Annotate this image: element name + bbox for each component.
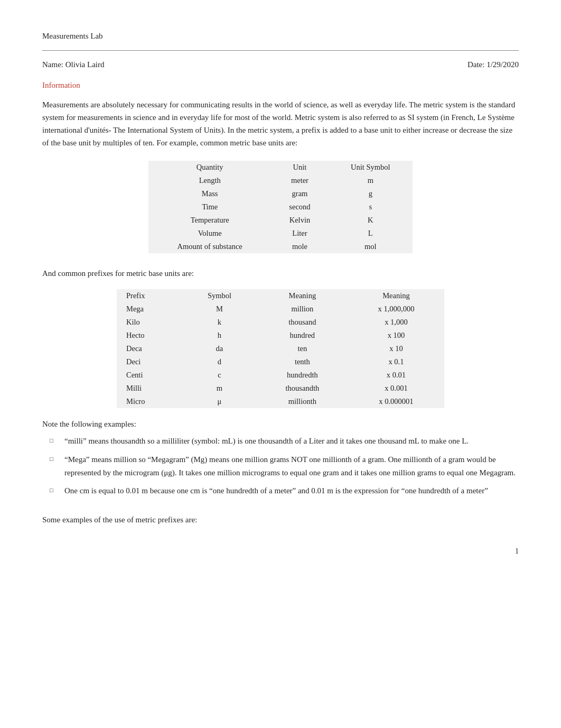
prefix-header-cell: Meaning <box>257 289 348 302</box>
units-data-cell: meter <box>271 174 328 187</box>
units-data-cell: Length <box>148 174 271 187</box>
doc-title: Measurements Lab <box>42 32 519 41</box>
page-number: 1 <box>42 547 519 556</box>
prefix-data-cell: x 100 <box>348 329 444 342</box>
prefix-data-cell: c <box>182 368 257 382</box>
units-data-cell: K <box>329 214 413 227</box>
prefix-data-cell: Micro <box>117 395 182 408</box>
units-data-cell: L <box>329 227 413 240</box>
intro-paragraph: Measurements are absolutely necessary fo… <box>42 98 519 149</box>
prefix-data-cell: h <box>182 329 257 342</box>
units-data-cell: gram <box>271 187 328 200</box>
units-data-cell: m <box>329 174 413 187</box>
prefix-data-cell: x 0.01 <box>348 368 444 382</box>
prefix-table: PrefixSymbolMeaningMeaningMegaMmillionx … <box>117 289 444 408</box>
units-data-cell: Volume <box>148 227 271 240</box>
prefix-header-cell: Meaning <box>348 289 444 302</box>
units-data-cell: Mass <box>148 187 271 200</box>
prefix-data-cell: Centi <box>117 368 182 382</box>
prefix-data-cell: Kilo <box>117 316 182 329</box>
prefix-data-cell: m <box>182 382 257 395</box>
prefix-header-cell: Prefix <box>117 289 182 302</box>
units-data-cell: mole <box>271 240 328 253</box>
prefix-data-cell: hundredth <box>257 368 348 382</box>
prefix-data-cell: x 1,000,000 <box>348 302 444 316</box>
note-label: Note the following examples: <box>42 418 519 430</box>
prefix-data-cell: x 10 <box>348 342 444 355</box>
prefix-data-cell: tenth <box>257 355 348 368</box>
examples-list: “milli” means thousandth so a milliliter… <box>59 435 519 497</box>
list-item: One cm is equal to 0.01 m because one cm… <box>59 484 519 497</box>
prefix-data-cell: Mega <box>117 302 182 316</box>
prefix-data-cell: million <box>257 302 348 316</box>
prefix-header-cell: Symbol <box>182 289 257 302</box>
units-header-cell: Unit <box>271 161 328 174</box>
prefix-data-cell: millionth <box>257 395 348 408</box>
units-table: QuantityUnitUnit SymbolLengthmetermMassg… <box>148 161 413 253</box>
prefix-data-cell: Milli <box>117 382 182 395</box>
prefix-data-cell: μ <box>182 395 257 408</box>
units-data-cell: second <box>271 200 328 214</box>
units-table-container: QuantityUnitUnit SymbolLengthmetermMassg… <box>148 161 413 253</box>
prefix-data-cell: thousandth <box>257 382 348 395</box>
prefix-data-cell: ten <box>257 342 348 355</box>
prefix-intro: And common prefixes for metric base unit… <box>42 267 519 280</box>
prefix-data-cell: x 1,000 <box>348 316 444 329</box>
units-data-cell: g <box>329 187 413 200</box>
units-header-cell: Unit Symbol <box>329 161 413 174</box>
units-data-cell: Kelvin <box>271 214 328 227</box>
bottom-text: Some examples of the use of metric prefi… <box>42 513 519 526</box>
prefix-data-cell: da <box>182 342 257 355</box>
prefix-data-cell: x 0.001 <box>348 382 444 395</box>
section-heading: Information <box>42 81 519 90</box>
units-data-cell: s <box>329 200 413 214</box>
prefix-data-cell: Deca <box>117 342 182 355</box>
prefix-data-cell: x 0.000001 <box>348 395 444 408</box>
prefix-data-cell: M <box>182 302 257 316</box>
student-name: Name: Olivia Laird <box>42 60 104 69</box>
list-item: “Mega” means million so “Megagram” (Mg) … <box>59 453 519 480</box>
prefix-data-cell: d <box>182 355 257 368</box>
units-data-cell: mol <box>329 240 413 253</box>
prefix-table-container: PrefixSymbolMeaningMeaningMegaMmillionx … <box>117 289 444 408</box>
units-header-cell: Quantity <box>148 161 271 174</box>
units-data-cell: Time <box>148 200 271 214</box>
units-data-cell: Amount of substance <box>148 240 271 253</box>
prefix-data-cell: Hecto <box>117 329 182 342</box>
prefix-data-cell: thousand <box>257 316 348 329</box>
list-item: “milli” means thousandth so a milliliter… <box>59 435 519 448</box>
units-data-cell: Temperature <box>148 214 271 227</box>
prefix-data-cell: Deci <box>117 355 182 368</box>
prefix-data-cell: x 0.1 <box>348 355 444 368</box>
prefix-data-cell: k <box>182 316 257 329</box>
prefix-data-cell: hundred <box>257 329 348 342</box>
units-data-cell: Liter <box>271 227 328 240</box>
date: Date: 1/29/2020 <box>467 60 519 69</box>
